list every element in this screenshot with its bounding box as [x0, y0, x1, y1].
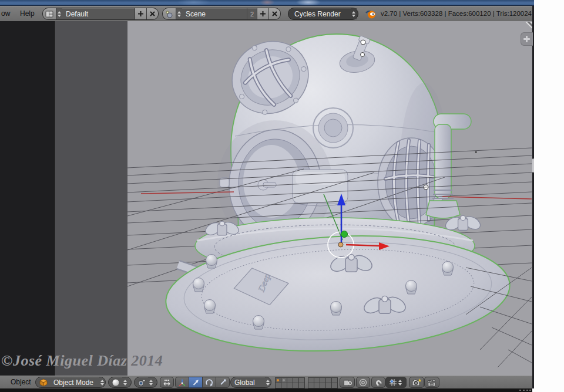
dome-bolt [442, 262, 454, 276]
proportional-edit-icon [359, 379, 367, 387]
helmet-base[interactable]: Deep [163, 214, 512, 360]
menu-object[interactable]: Object [11, 378, 31, 386]
shading-sphere-icon [109, 377, 122, 387]
scene-icon[interactable] [163, 8, 176, 19]
dome-bolt [331, 302, 342, 316]
viewport-header-toolbar: Object Object Mode [0, 376, 532, 389]
right-blank-area [534, 0, 564, 392]
gizmo-y-axis[interactable] [341, 231, 348, 238]
left-shaded-panel [54, 21, 128, 376]
opengl-render-button[interactable] [409, 377, 424, 388]
pivot-point-icon [135, 377, 148, 387]
snap-toggle[interactable] [371, 377, 385, 388]
blender-logo [365, 9, 376, 19]
helmet-center-boss [313, 108, 353, 148]
mode-label: Object Mode [50, 377, 99, 387]
engine-spin-arrows[interactable] [351, 8, 357, 19]
rotate-icon [205, 379, 213, 387]
layer-block-2[interactable] [308, 377, 338, 388]
layout-name-field[interactable]: Default [62, 8, 135, 19]
dome-bolt [193, 278, 204, 292]
viewport-shading-selector[interactable] [108, 377, 132, 388]
lock-icon [343, 379, 352, 387]
area-divider[interactable] [532, 6, 534, 388]
render-engine-label: Cycles Render [294, 10, 351, 18]
transform-orientation-selector[interactable]: Global [230, 377, 271, 388]
scene-name-field[interactable]: Scene [182, 8, 247, 19]
left-dark-panel [0, 21, 54, 376]
divider-handle[interactable] [532, 158, 534, 173]
shading-spin-arrows[interactable] [122, 377, 128, 387]
window-bottom-edge [0, 388, 532, 392]
manipulate-centers-icon [163, 379, 171, 387]
manipulator-toggle[interactable] [175, 377, 189, 388]
scene-spin-arrows[interactable] [176, 8, 182, 19]
layout-add-button[interactable] [135, 8, 146, 19]
blender-window: { "header": { "menu_window_partial": "ow… [0, 0, 564, 392]
speck-dot [475, 151, 477, 153]
manipulate-centers-toggle[interactable] [160, 377, 174, 388]
manipulator-group [175, 377, 230, 387]
layer-block-1[interactable] [275, 377, 305, 388]
proportional-edit-toggle[interactable] [356, 377, 370, 388]
orientation-label: Global [231, 377, 265, 387]
manipulator-axes-icon [178, 379, 186, 387]
scene-stats: v2.70 | Verts:603328 | Faces:600120 | Tr… [381, 10, 532, 17]
mode-spin-arrows[interactable] [99, 377, 105, 387]
layer-1-active[interactable] [276, 378, 281, 383]
os-titlebar [0, 0, 534, 6]
menu-help[interactable]: Help [20, 9, 35, 18]
object-origin-dot [338, 242, 343, 247]
dome-bolt [406, 281, 417, 295]
scale-icon [219, 379, 227, 387]
area-resize-corner[interactable] [522, 22, 532, 31]
viewport-3d[interactable]: Deep [127, 21, 532, 376]
layer-2[interactable] [281, 378, 287, 383]
viewport-canvas[interactable]: Deep [127, 21, 532, 376]
vertex-dot-2 [361, 53, 365, 57]
opengl-render-animation-icon [427, 379, 437, 387]
snap-spin-arrows[interactable] [397, 377, 403, 387]
layout-spin-arrows[interactable] [56, 8, 62, 19]
dome-bolt [204, 300, 216, 314]
scene-selector[interactable]: Scene 2 [162, 8, 281, 20]
dome-bolt [206, 255, 217, 269]
translate-manipulator-toggle[interactable] [189, 377, 202, 388]
pivot-point-selector[interactable] [134, 377, 157, 388]
scene-add-button[interactable] [257, 8, 268, 19]
scene-delete-button[interactable] [268, 8, 280, 19]
rotate-manipulator-toggle[interactable] [202, 377, 216, 388]
menu-window-partial[interactable]: ow [1, 9, 10, 18]
cube-icon [36, 377, 50, 387]
snap-magnet-icon [374, 379, 382, 387]
open-properties-region-tab[interactable] [521, 32, 533, 46]
info-header: ow Help Default Scene 2 [0, 6, 532, 22]
mode-selector[interactable]: Object Mode [35, 377, 106, 388]
translate-icon [192, 379, 200, 387]
scale-manipulator-toggle[interactable] [216, 377, 230, 388]
vertex-dot-1 [361, 40, 365, 45]
screen-layout-icon[interactable] [43, 8, 56, 19]
layers-widget [275, 377, 338, 388]
snap-element-selector[interactable] [385, 377, 407, 388]
opengl-render-icon [412, 378, 421, 387]
scene-users-count[interactable]: 2 [247, 8, 257, 19]
opengl-render-animation-button[interactable] [424, 377, 439, 388]
layout-delete-button[interactable] [146, 8, 158, 19]
screen-layout-selector[interactable]: Default [42, 8, 159, 20]
snap-increment-icon [389, 379, 397, 387]
render-engine-selector[interactable]: Cycles Render [288, 8, 358, 20]
orientation-spin-arrows[interactable] [265, 377, 271, 387]
lock-to-scene-toggle[interactable] [340, 377, 355, 388]
dome-bolt [253, 316, 264, 330]
pivot-spin-arrows[interactable] [148, 377, 154, 387]
